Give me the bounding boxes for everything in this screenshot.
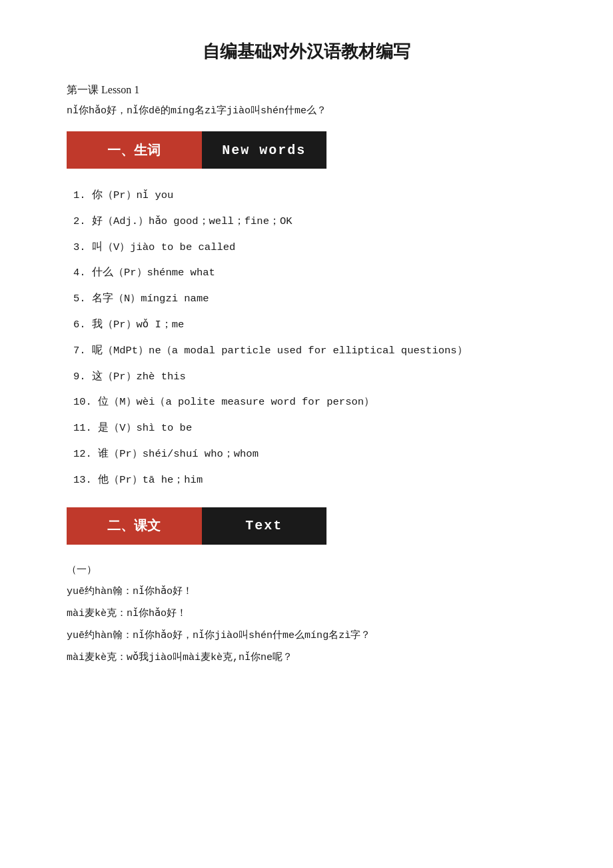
word-item: 9. 这（Pr）zhè this <box>73 369 546 385</box>
word-item: 10. 位（M）wèi（a polite measure word for pe… <box>73 394 546 411</box>
section1-english-label: New words <box>202 131 326 169</box>
section2-english-label: Text <box>202 507 326 545</box>
word-item: 6. 我（Pr）wǒ I；me <box>73 317 546 333</box>
dialogue-line: mài麦kè克：wǒ我jiào叫mài麦kè克,nǐ你ne呢？ <box>67 649 546 667</box>
dialogue-line: mài麦kè克：nǐ你hǎo好！ <box>67 605 546 623</box>
section1-header: 一、生词 New words <box>67 131 326 169</box>
dialogue-line: yuē约hàn翰：nǐ你hǎo好！ <box>67 583 546 601</box>
word-item: 11. 是（V）shì to be <box>73 420 546 437</box>
word-item: 2. 好（Adj.）hǎo good；well；fine；OK <box>73 213 546 230</box>
word-item: 12. 谁（Pr）shéi/shuí who；whom <box>73 446 546 463</box>
text-section: （一） yuē约hàn翰：nǐ你hǎo好！mài麦kè克：nǐ你hǎo好！yuē… <box>67 563 546 667</box>
word-item: 13. 他（Pr）tā he；him <box>73 472 546 489</box>
lesson-label: 第一课 Lesson 1 <box>67 83 546 97</box>
page-title: 自编基础对外汉语教材编写 <box>67 40 546 63</box>
subsection-label: （一） <box>67 563 546 576</box>
word-item: 7. 呢（MdPt）ne（a modal particle used for e… <box>73 343 546 359</box>
section2-chinese-label: 二、课文 <box>67 507 202 545</box>
dialogue-lines: yuē约hàn翰：nǐ你hǎo好！mài麦kè克：nǐ你hǎo好！yuē约hàn… <box>67 583 546 667</box>
word-list: 1. 你（Pr）nǐ you2. 好（Adj.）hǎo good；well；fi… <box>67 187 546 489</box>
word-item: 3. 叫（V）jiào to be called <box>73 239 546 256</box>
word-item: 5. 名字（N）míngzi name <box>73 291 546 307</box>
section2-header: 二、课文 Text <box>67 507 326 545</box>
dialogue-line: yuē约hàn翰：nǐ你hǎo好，nǐ你jiào叫shén什me么míng名zì… <box>67 627 546 645</box>
word-item: 1. 你（Pr）nǐ you <box>73 187 546 204</box>
word-item: 4. 什么（Pr）shénme what <box>73 265 546 281</box>
pinyin-intro: nǐ你hǎo好，nǐ你dē的míng名zì字jiào叫shén什me么？ <box>67 104 546 117</box>
section1-chinese-label: 一、生词 <box>67 131 202 169</box>
